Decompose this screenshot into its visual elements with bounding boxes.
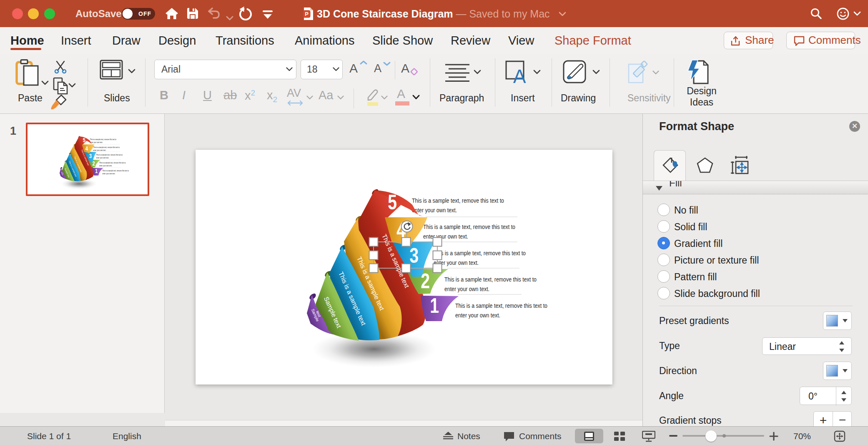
svg-text:5: 5 xyxy=(388,190,397,214)
svg-text:enter your own text.: enter your own text. xyxy=(444,285,489,292)
svg-text:A: A xyxy=(513,65,526,85)
svg-text:This is a sample text, remove: This is a sample text, remove this text … xyxy=(412,197,504,204)
svg-text:enter your own text.: enter your own text. xyxy=(412,206,457,214)
svg-text:This is a sample text, remove: This is a sample text, remove this text … xyxy=(434,249,526,256)
svg-text:This is a sample text, remove: This is a sample text, remove this text … xyxy=(455,302,547,309)
svg-text:enter your own text.: enter your own text. xyxy=(423,233,468,240)
svg-text:P: P xyxy=(305,11,309,17)
svg-text:This is a sample text, remove: This is a sample text, remove this text … xyxy=(423,223,515,230)
svg-text:enter your own text.: enter your own text. xyxy=(455,312,500,319)
svg-text:This is a sample text, remove: This is a sample text, remove this text … xyxy=(444,276,537,283)
svg-text:2: 2 xyxy=(421,269,430,293)
svg-text:1: 1 xyxy=(430,294,439,317)
